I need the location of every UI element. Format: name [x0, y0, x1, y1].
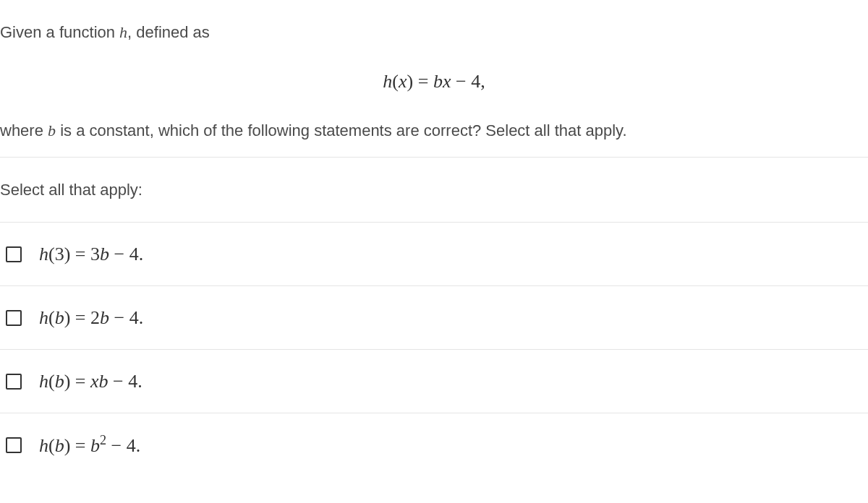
checkbox[interactable]	[6, 246, 22, 262]
intro-text-before: Given a function	[0, 23, 119, 41]
option-row[interactable]: h(b) = xb − 4.	[0, 350, 868, 413]
option-row[interactable]: h(3) = 3b − 4.	[0, 223, 868, 286]
equation-text: h(x) = bx − 4,	[383, 71, 485, 92]
instruction-text: Select all that apply:	[0, 181, 142, 199]
instruction-section: Select all that apply:	[0, 158, 868, 223]
trailing-before: where	[0, 121, 48, 139]
question-container: Given a function h, defined as h(x) = bx…	[0, 0, 868, 477]
question-intro: Given a function h, defined as	[0, 20, 868, 44]
checkbox[interactable]	[6, 437, 22, 453]
option-label: h(b) = xb − 4.	[39, 367, 142, 395]
option-label: h(b) = b2 − 4.	[39, 431, 140, 460]
checkbox[interactable]	[6, 310, 22, 326]
option-row[interactable]: h(b) = b2 − 4.	[0, 413, 868, 477]
question-section: Given a function h, defined as h(x) = bx…	[0, 0, 868, 158]
question-trailing: where b is a constant, which of the foll…	[0, 119, 868, 142]
checkbox[interactable]	[6, 374, 22, 390]
intro-text-after: , defined as	[127, 23, 210, 41]
option-label: h(3) = 3b − 4.	[39, 240, 143, 268]
trailing-var-b: b	[48, 121, 56, 139]
equation-display: h(x) = bx − 4,	[0, 67, 868, 95]
option-label: h(b) = 2b − 4.	[39, 304, 143, 332]
trailing-after: is a constant, which of the following st…	[56, 121, 627, 139]
intro-var-h: h	[119, 23, 127, 41]
option-row[interactable]: h(b) = 2b − 4.	[0, 286, 868, 350]
